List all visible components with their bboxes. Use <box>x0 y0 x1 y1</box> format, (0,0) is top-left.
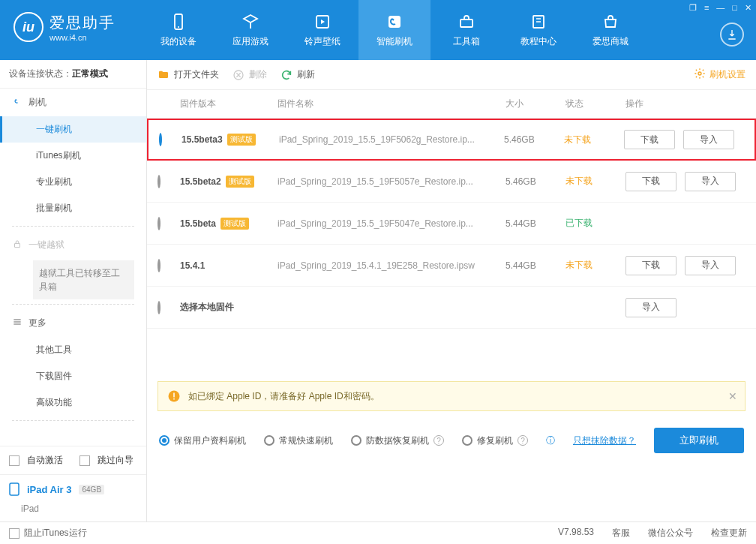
update-link[interactable]: 检查更新 <box>711 527 747 539</box>
firmware-radio[interactable] <box>158 259 160 272</box>
app-url: www.i4.cn <box>50 33 116 42</box>
import-button[interactable]: 导入 <box>683 130 734 149</box>
toolbox-icon <box>458 13 476 31</box>
delete-button[interactable]: 删除 <box>232 68 267 81</box>
sidebar-item[interactable]: 高级功能 <box>0 389 146 416</box>
firmware-status: 已下载 <box>566 217 626 230</box>
firmware-radio[interactable] <box>158 175 160 188</box>
radio-icon <box>351 435 362 446</box>
auto-activate-checkbox[interactable] <box>9 455 20 466</box>
download-button[interactable]: 下载 <box>626 256 676 275</box>
import-button[interactable]: 导入 <box>685 172 736 191</box>
statusbar: 阻止iTunes运行 V7.98.53 客服 微信公众号 检查更新 <box>0 521 756 544</box>
firmware-name: iPad_Spring_2019_15.5_19F5057e_Restore.i… <box>278 176 506 187</box>
beta-tag: 测试版 <box>226 176 254 188</box>
help-icon[interactable]: ? <box>434 435 444 446</box>
flash-mode-option[interactable]: 修复刷机? <box>462 434 528 447</box>
svg-rect-7 <box>10 483 19 495</box>
maximize-icon[interactable]: □ <box>732 3 737 13</box>
import-button[interactable]: 导入 <box>626 298 676 317</box>
firmware-radio[interactable] <box>158 217 160 230</box>
sidebar-note: 越狱工具已转移至工具箱 <box>33 260 134 299</box>
nav-device[interactable]: 我的设备 <box>142 0 214 60</box>
firmware-row[interactable]: 15.5beta3测试版 iPad_Spring_2019_15.5_19F50… <box>147 119 756 161</box>
delete-icon <box>232 69 244 81</box>
firmware-row[interactable]: 15.4.1 iPad_Spring_2019_15.4.1_19E258_Re… <box>147 245 756 287</box>
local-firmware-label: 选择本地固件 <box>180 301 234 314</box>
warning-icon <box>167 389 181 403</box>
erase-data-link[interactable]: 只想抹除数据？ <box>573 434 636 447</box>
wechat-link[interactable]: 微信公众号 <box>648 527 693 539</box>
theme-icon[interactable]: ❐ <box>689 3 697 13</box>
window-controls: ❐ ≡ — □ ✕ <box>689 3 752 13</box>
music-icon <box>314 13 332 31</box>
beta-tag: 测试版 <box>227 134 256 146</box>
nav-apps[interactable]: 应用游戏 <box>214 0 286 60</box>
radio-icon <box>159 435 170 446</box>
open-folder-button[interactable]: 打开文件夹 <box>158 68 219 81</box>
sidebar-item[interactable]: 一键刷机 <box>0 116 146 143</box>
minimize-icon[interactable]: — <box>716 3 724 13</box>
flash-icon <box>12 96 22 109</box>
sidebar-item[interactable]: 批量刷机 <box>0 195 146 221</box>
toolbar: 打开文件夹 删除 刷新 刷机设置 <box>147 60 756 90</box>
device-name[interactable]: iPad Air 3 <box>27 484 71 495</box>
lock-icon <box>12 239 22 251</box>
nav-shop[interactable]: 爱思商城 <box>574 0 646 60</box>
nav-book[interactable]: 教程中心 <box>502 0 574 60</box>
svg-rect-11 <box>173 393 175 398</box>
support-link[interactable]: 客服 <box>612 527 630 539</box>
download-button[interactable]: 下载 <box>626 172 676 191</box>
flash-mode-option[interactable]: 常规快速刷机 <box>264 434 333 447</box>
sidebar-item[interactable]: 专业刷机 <box>0 169 146 195</box>
flash-now-button[interactable]: 立即刷机 <box>654 428 744 453</box>
import-button[interactable]: 导入 <box>685 256 736 275</box>
device-capacity: 64GB <box>79 485 104 494</box>
firmware-name: iPad_Spring_2019_15.4.1_19E258_Restore.i… <box>278 260 506 271</box>
download-button[interactable]: 下载 <box>624 130 675 149</box>
firmware-row[interactable]: 15.5beta测试版 iPad_Spring_2019_15.5_19F504… <box>147 203 756 245</box>
flash-options: 保留用户资料刷机常规快速刷机防数据恢复刷机?修复刷机?ⓘ只想抹除数据？立即刷机 <box>147 419 756 462</box>
shop-icon <box>602 13 620 31</box>
download-manager-icon[interactable] <box>720 23 744 47</box>
top-nav: 我的设备应用游戏铃声壁纸智能刷机工具箱教程中心爱思商城 <box>142 0 756 60</box>
firmware-status: 未下载 <box>564 134 624 146</box>
sidebar-group-0[interactable]: 刷机 <box>0 89 146 116</box>
ipad-icon <box>9 482 20 496</box>
refresh-button[interactable]: 刷新 <box>280 68 315 81</box>
sidebar-item[interactable]: 其他工具 <box>0 337 146 363</box>
help-icon[interactable]: ? <box>518 435 528 446</box>
radio-icon <box>462 435 472 446</box>
nav-flash[interactable]: 智能刷机 <box>358 0 430 60</box>
sidebar-item[interactable]: iTunes刷机 <box>0 143 146 169</box>
firmware-size: 5.46GB <box>504 134 564 145</box>
firmware-radio[interactable] <box>159 133 162 146</box>
firmware-version: 15.4.1 <box>180 260 205 271</box>
nav-toolbox[interactable]: 工具箱 <box>430 0 502 60</box>
sidebar-group-2[interactable]: 更多 <box>0 309 146 337</box>
flash-mode-option[interactable]: 保留用户资料刷机 <box>159 434 246 447</box>
titlebar: ❐ ≡ — □ ✕ iu 爱思助手 www.i4.cn 我的设备应用游戏铃声壁纸… <box>0 0 756 60</box>
firmware-list: 15.5beta3测试版 iPad_Spring_2019_15.5_19F50… <box>147 119 756 329</box>
menu-icon[interactable]: ≡ <box>704 3 709 13</box>
block-itunes-checkbox[interactable] <box>9 528 20 539</box>
firmware-status: 未下载 <box>566 259 626 272</box>
close-icon[interactable]: ✕ <box>745 3 752 13</box>
firmware-name: iPad_Spring_2019_15.5_19F5062g_Restore.i… <box>279 134 504 145</box>
svg-rect-6 <box>15 243 20 247</box>
close-notice-icon[interactable]: ✕ <box>728 390 737 402</box>
info-icon[interactable]: ⓘ <box>546 434 555 447</box>
local-firmware-row[interactable]: 选择本地固件 导入 <box>147 287 756 329</box>
more-icon <box>12 317 22 329</box>
sidebar-group-1[interactable]: 一键越狱 <box>0 231 146 259</box>
skip-guide-checkbox[interactable] <box>80 455 90 466</box>
flash-settings-button[interactable]: 刷机设置 <box>694 68 746 82</box>
firmware-radio[interactable] <box>158 301 160 314</box>
gear-icon <box>694 68 706 82</box>
nav-music[interactable]: 铃声壁纸 <box>286 0 358 60</box>
device-type: iPad <box>0 503 146 521</box>
flash-mode-option[interactable]: 防数据恢复刷机? <box>351 434 444 447</box>
folder-icon <box>158 69 170 81</box>
sidebar-item[interactable]: 下载固件 <box>0 363 146 389</box>
firmware-row[interactable]: 15.5beta2测试版 iPad_Spring_2019_15.5_19F50… <box>147 161 756 203</box>
